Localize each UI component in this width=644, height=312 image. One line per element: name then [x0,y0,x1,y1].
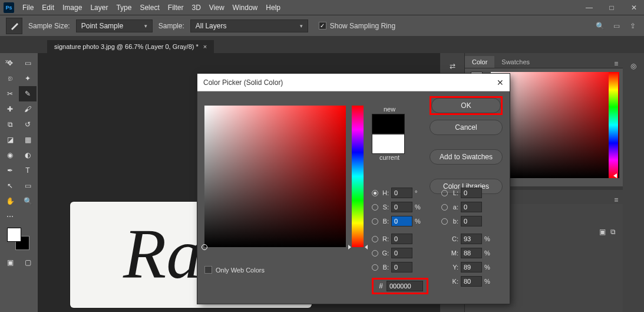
panel-menu-icon[interactable]: ≡ [609,60,623,68]
menu-edit[interactable]: Edit [42,4,54,12]
workspace-icon[interactable]: ▭ [611,21,622,31]
share-icon[interactable]: ⇪ [628,21,638,31]
eraser-tool[interactable]: ◪ [1,132,19,147]
shape-tool[interactable]: ▭ [19,178,37,193]
filter-icon[interactable]: ▣ [599,228,606,236]
zoom-tool[interactable]: 🔍 [19,193,37,209]
expand-panels-icon[interactable]: ⇄ [444,58,461,74]
only-web-colors-checkbox[interactable] [204,266,212,274]
new-current-swatches: new current [372,106,407,162]
show-sampling-ring-checkbox[interactable]: ✓ [319,22,326,29]
quick-mask-toggle[interactable]: ▣ [1,255,19,270]
g-radio[interactable] [372,250,378,257]
eyedropper-tool[interactable]: ✎ [19,86,37,101]
dialog-title: Color Picker (Solid Color) [203,78,283,87]
panel-menu-icon[interactable]: ≡ [609,196,623,204]
quick-select-tool[interactable]: ✦ [19,71,37,86]
healing-tool[interactable]: ✚ [1,101,19,117]
hand-tool[interactable]: ✋ [1,193,19,209]
s-input[interactable] [391,202,412,212]
gradient-tool[interactable]: ▦ [19,132,37,147]
menu-layer[interactable]: Layer [90,4,108,12]
percent-unit: % [484,235,493,242]
type-tool[interactable]: T [19,163,37,178]
K-input[interactable] [461,276,482,287]
menu-select[interactable]: Select [140,4,159,12]
color-hue-strip[interactable] [609,72,618,178]
new-color-swatch [372,114,405,134]
Y-label: Y: [450,264,458,271]
menu-view[interactable]: View [209,4,224,12]
r-input[interactable] [391,234,412,244]
hue-slider-thumb-left [348,245,351,249]
a-radio[interactable] [441,204,448,211]
menu-help[interactable]: Help [266,4,280,12]
cc-libraries-icon[interactable]: ◎ [625,58,642,74]
menu-image[interactable]: Image [62,4,82,12]
sample-size-dropdown[interactable]: Point Sample ▾ [76,19,153,32]
cancel-button[interactable]: Cancel [430,120,503,135]
dialog-titlebar[interactable]: Color Picker (Solid Color) ✕ [197,74,510,91]
b-radio[interactable] [372,218,378,225]
lab-b-radio[interactable] [441,218,448,225]
menu-window[interactable]: Window [233,4,258,12]
menu-3d[interactable]: 3D [191,4,200,12]
search-icon[interactable]: 🔍 [595,21,605,31]
close-tab-icon[interactable]: × [203,43,207,50]
screen-mode-toggle[interactable]: ▢ [19,255,37,270]
path-select-tool[interactable]: ↖ [1,178,19,193]
stamp-tool[interactable]: ⧉ [1,117,19,132]
lasso-tool[interactable]: ⟄ [1,71,19,86]
dodge-tool[interactable]: ◐ [19,147,37,163]
menu-filter[interactable]: Filter [168,4,184,12]
a-input[interactable] [461,202,482,212]
link-icon[interactable]: ⧉ [610,228,616,236]
swatches-tab[interactable]: Swatches [494,56,537,68]
Y-input[interactable] [461,262,482,272]
color-gradient-field[interactable] [491,72,619,178]
document-tab[interactable]: signature photo 3.jpg @ 66.7% (Layer 0, … [47,40,214,53]
s-radio[interactable] [372,204,378,211]
maximize-button[interactable]: □ [605,3,618,12]
ok-button[interactable]: OK [431,98,501,113]
L-radio[interactable] [441,190,448,196]
color-tab[interactable]: Color [465,56,494,68]
pen-tool[interactable]: ✒ [1,163,19,178]
new-label: new [372,106,407,113]
C-input[interactable] [461,234,482,244]
show-sampling-ring-label: Show Sampling Ring [330,22,395,30]
options-bar-right: 🔍 ▭ ⇪ [595,21,638,31]
h-input[interactable] [391,188,412,198]
brush-tool[interactable]: 🖌 [19,101,37,117]
active-tool-icon[interactable] [6,18,22,34]
hue-slider[interactable] [352,106,364,247]
blur-tool[interactable]: ◉ [1,147,19,163]
foreground-background-swatches[interactable] [7,228,31,251]
menu-type[interactable]: Type [116,4,131,12]
bb-radio[interactable] [372,264,378,271]
h-radio[interactable] [372,190,378,196]
bb-input[interactable] [391,262,412,272]
add-to-swatches-button[interactable]: Add to Swatches [430,149,503,165]
more-tools[interactable]: ⋯ [1,209,19,224]
current-color-swatch[interactable] [372,134,405,154]
L-input[interactable] [461,188,482,198]
history-brush-tool[interactable]: ↺ [19,117,37,132]
crop-tool[interactable]: ✂ [1,86,19,101]
g-input[interactable] [391,248,412,258]
marquee-tool[interactable]: ▭ [19,55,37,71]
collapse-icon[interactable]: » [0,55,14,67]
menu-file[interactable]: File [22,4,34,12]
M-input[interactable] [461,248,482,258]
saturation-value-field[interactable] [204,106,346,247]
b-input[interactable] [391,216,412,226]
r-radio[interactable] [372,236,378,242]
foreground-color-swatch[interactable] [7,228,21,242]
lab-b-input[interactable] [461,216,482,226]
close-dialog-icon[interactable]: ✕ [497,78,504,87]
hex-input[interactable] [387,281,423,291]
minimize-button[interactable]: — [583,3,596,12]
sample-dropdown[interactable]: All Layers ▾ [190,19,308,32]
C-label: C: [450,235,458,242]
close-window-button[interactable]: ✕ [628,3,640,12]
